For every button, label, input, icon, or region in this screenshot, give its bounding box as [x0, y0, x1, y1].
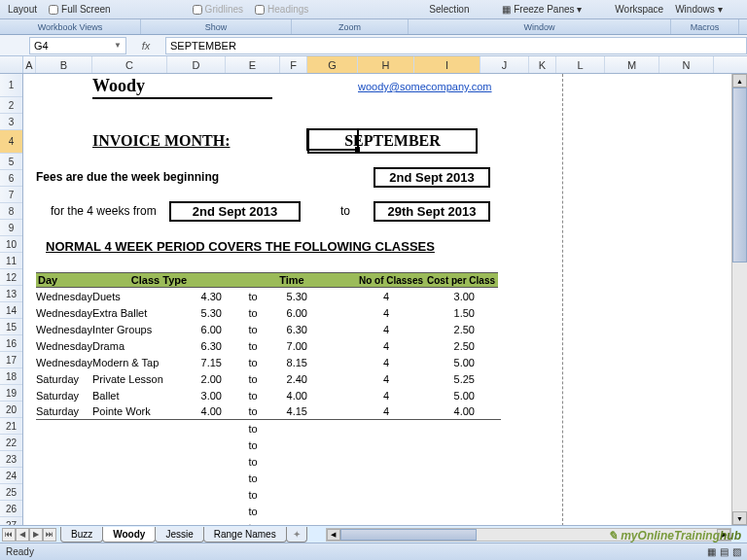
tab-nav-buttons[interactable]: ⏮ ◀ ▶ ⏭: [2, 528, 56, 542]
table-row: to: [36, 437, 501, 453]
formula-input[interactable]: SEPTEMBER: [165, 37, 747, 54]
row-header-26[interactable]: 26: [0, 501, 22, 517]
table-row: to: [36, 503, 501, 519]
worksheet-grid[interactable]: 1234567891011121314151617181920212223242…: [0, 74, 747, 531]
select-all-corner[interactable]: [0, 56, 23, 73]
ribbon-group-labels: Workbook Views Show Zoom Window Macros: [0, 19, 747, 35]
headings-check[interactable]: Headings: [255, 4, 308, 15]
col-header-B[interactable]: B: [36, 56, 92, 73]
row-header-19[interactable]: 19: [0, 385, 22, 402]
view-layout-icon[interactable]: ▤: [720, 546, 729, 557]
row-header-12[interactable]: 12: [0, 269, 22, 286]
col-header-N[interactable]: N: [659, 56, 714, 73]
view-controls[interactable]: ▦ ▤ ▧: [707, 546, 741, 557]
gridlines-check[interactable]: Gridlines: [193, 4, 243, 15]
row-header-13[interactable]: 13: [0, 286, 22, 302]
chevron-down-icon[interactable]: ▼: [114, 41, 122, 50]
row-header-24[interactable]: 24: [0, 468, 22, 484]
col-cost: Cost per Class: [424, 272, 498, 288]
invoice-month-value: SEPTEMBER: [307, 128, 478, 154]
row-header-6[interactable]: 6: [0, 170, 22, 187]
row-header-2[interactable]: 2: [0, 97, 22, 114]
row-header-21[interactable]: 21: [0, 418, 22, 435]
col-header-F[interactable]: F: [280, 56, 307, 73]
for-weeks-text: for the 4 weeks from: [51, 204, 157, 218]
watermark: ✎ myOnlineTraininghub: [608, 529, 741, 542]
col-header-D[interactable]: D: [167, 56, 226, 73]
row-header-25[interactable]: 25: [0, 484, 22, 501]
scroll-up-icon[interactable]: ▲: [732, 74, 747, 88]
scroll-down-icon[interactable]: ▼: [732, 511, 747, 525]
windows-button[interactable]: Windows ▾: [675, 4, 722, 15]
fees-due-date: 2nd Sept 2013: [374, 167, 490, 188]
layout-option[interactable]: Layout: [8, 4, 37, 15]
col-header-I[interactable]: I: [414, 56, 480, 73]
col-header-J[interactable]: J: [480, 56, 529, 73]
freeze-panes-button[interactable]: ▦ Freeze Panes ▾: [502, 4, 582, 15]
sheet-tab-buzz[interactable]: Buzz: [60, 527, 103, 542]
scrollbar-vertical[interactable]: ▲ ▼: [731, 74, 747, 525]
row-header-16[interactable]: 16: [0, 335, 22, 352]
col-header-M[interactable]: M: [605, 56, 659, 73]
sheet-tabs: BuzzWoodyJessieRange Names✦: [60, 527, 306, 542]
col-header-H[interactable]: H: [358, 56, 414, 73]
row-header-11[interactable]: 11: [0, 253, 22, 269]
tab-last-icon[interactable]: ⏭: [43, 528, 56, 542]
table-row: WednesdayDrama6.30to7.0042.50: [36, 337, 501, 354]
scroll-h-thumb[interactable]: [340, 529, 477, 541]
row-header-20[interactable]: 20: [0, 402, 22, 418]
to-label: to: [340, 204, 350, 218]
scroll-left-icon[interactable]: ◀: [327, 529, 340, 541]
col-header-C[interactable]: C: [92, 56, 167, 73]
col-no-classes: No of Classes: [358, 272, 424, 288]
row-header-10[interactable]: 10: [0, 236, 22, 253]
view-normal-icon[interactable]: ▦: [707, 546, 716, 557]
table-row: to: [36, 420, 501, 437]
row-header-5[interactable]: 5: [0, 154, 22, 170]
sheet-tab-jessie[interactable]: Jessie: [155, 527, 203, 542]
section-header: NORMAL 4 WEEK PERIOD COVERS THE FOLLOWIN…: [46, 239, 435, 254]
workspace-button[interactable]: Workspace: [615, 4, 663, 15]
table-row: SaturdayPointe Work4.00to4.1544.00: [36, 403, 501, 420]
tab-next-icon[interactable]: ▶: [29, 528, 43, 542]
row-header-7[interactable]: 7: [0, 187, 22, 203]
row-header-22[interactable]: 22: [0, 435, 22, 451]
tab-prev-icon[interactable]: ◀: [16, 528, 29, 542]
fx-button[interactable]: fx: [126, 40, 165, 52]
cells-area[interactable]: Woody woody@somecompany.com INVOICE MONT…: [23, 74, 747, 531]
row-header-17[interactable]: 17: [0, 352, 22, 368]
row-header-8[interactable]: 8: [0, 203, 22, 220]
row-header-3[interactable]: 3: [0, 114, 22, 130]
row-header-18[interactable]: 18: [0, 368, 22, 385]
group-zoom: Zoom: [292, 19, 409, 34]
col-header-K[interactable]: K: [529, 56, 556, 73]
row-header-1[interactable]: 1: [0, 74, 22, 97]
row-header-14[interactable]: 14: [0, 302, 22, 319]
group-show: Show: [141, 19, 292, 34]
row-header-4[interactable]: 4: [0, 130, 22, 154]
selection-label: Selection: [429, 4, 469, 15]
email-link[interactable]: woody@somecompany.com: [358, 81, 492, 92]
from-date: 2nd Sept 2013: [169, 201, 301, 222]
new-sheet-button[interactable]: ✦: [286, 527, 307, 542]
tab-first-icon[interactable]: ⏮: [2, 528, 16, 542]
col-header-E[interactable]: E: [226, 56, 280, 73]
col-header-A[interactable]: A: [23, 56, 36, 73]
table-row: WednesdayDuets4.30to5.3043.00: [36, 288, 501, 304]
sheet-tab-woody[interactable]: Woody: [102, 527, 156, 542]
name-box[interactable]: G4▼: [29, 37, 126, 54]
sheet-tab-range-names[interactable]: Range Names: [203, 527, 287, 542]
fullscreen-option[interactable]: Full Screen: [49, 4, 111, 15]
fees-due-text: Fees are due the week beginning: [36, 170, 219, 184]
table-row: WednesdayInter Groups6.00to6.3042.50: [36, 321, 501, 337]
row-header-9[interactable]: 9: [0, 220, 22, 236]
view-break-icon[interactable]: ▧: [732, 546, 741, 557]
group-window: Window: [409, 19, 671, 34]
table-row: SaturdayPrivate Lesson2.00to2.4045.25: [36, 370, 501, 387]
col-header-G[interactable]: G: [307, 56, 358, 73]
row-header-15[interactable]: 15: [0, 319, 22, 335]
col-header-L[interactable]: L: [556, 56, 605, 73]
row-header-23[interactable]: 23: [0, 451, 22, 468]
table-row: WednesdayModern & Tap7.15to8.1545.00: [36, 354, 501, 370]
scroll-v-thumb[interactable]: [732, 88, 747, 262]
